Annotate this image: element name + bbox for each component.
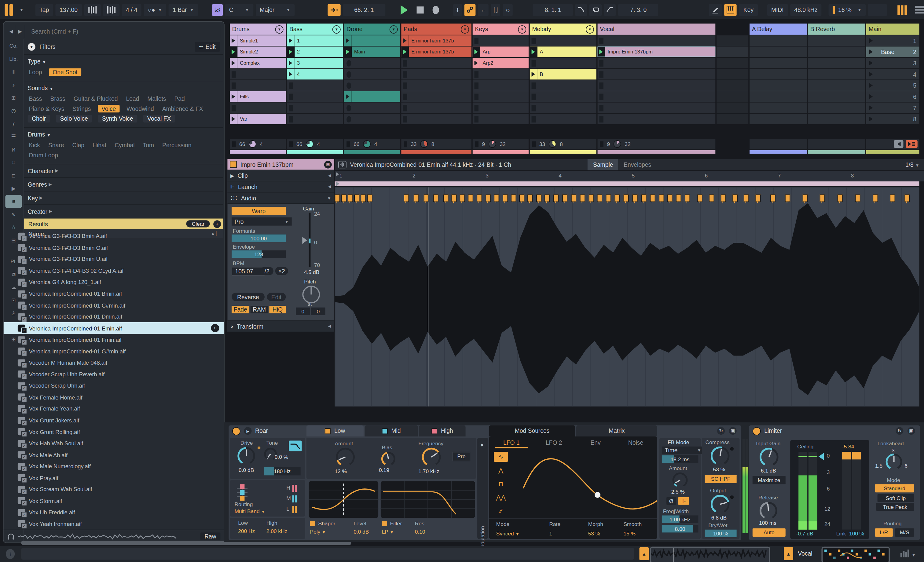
clip-launch-button[interactable] <box>230 58 237 68</box>
type-title[interactable]: Type ▼ <box>28 58 220 65</box>
scene-4[interactable]: 4 <box>866 69 920 80</box>
clips-icon[interactable]: ▶ <box>5 182 22 195</box>
empty-slot[interactable] <box>808 103 865 113</box>
empty-slot[interactable] <box>473 91 529 102</box>
scene-launch-button[interactable] <box>869 83 873 88</box>
sounds-title[interactable]: Sounds ▼ <box>28 85 220 91</box>
audio-effects-icon[interactable]: ᚋ <box>5 117 22 130</box>
midi-map-button[interactable]: MIDI <box>767 4 788 16</box>
lfo-rate-value[interactable]: 1 <box>549 531 552 537</box>
headphone-icon[interactable] <box>7 532 15 540</box>
warp-button[interactable]: Warp <box>232 207 286 215</box>
computer-midi-keyboard-button[interactable] <box>724 4 737 16</box>
transform-section-tab[interactable]: ◕Transform◀ <box>227 321 334 332</box>
clip-launch-button[interactable] <box>401 46 409 57</box>
clip-slot[interactable]: Arp2 <box>473 58 529 68</box>
filter-chip[interactable]: Choir <box>28 115 50 123</box>
samples-icon[interactable]: ≋ <box>5 195 22 208</box>
clip-slot[interactable]: 3 <box>287 58 343 68</box>
filters-edit-button[interactable]: ⚏Edit <box>195 42 220 52</box>
output-knob[interactable] <box>711 495 730 514</box>
scene-1[interactable]: 1 <box>866 36 920 46</box>
scene-launch-button[interactable] <box>869 49 873 54</box>
filter-chip[interactable]: Clap <box>71 141 86 149</box>
clip-slot[interactable]: A <box>530 46 597 57</box>
roar-tab-low[interactable]: Low <box>306 425 364 436</box>
filter-chip[interactable]: Kick <box>28 141 41 149</box>
lfo-shape-sine[interactable]: ∿ <box>494 452 508 462</box>
clear-filters-button[interactable]: Clear <box>186 220 210 227</box>
mode-softclip-button[interactable]: Soft Clip <box>878 494 914 502</box>
scene-2[interactable]: Base2 <box>866 46 920 57</box>
filter-chip[interactable]: Piano & Keys <box>28 105 66 112</box>
track-header[interactable]: Drone▼ <box>344 24 400 35</box>
lfo-shape-square[interactable]: ⊓ <box>494 479 508 489</box>
clip-launch-button[interactable] <box>230 91 237 102</box>
clip-slot[interactable] <box>344 36 400 46</box>
track-header[interactable]: A Delay <box>750 24 807 35</box>
empty-slot[interactable] <box>344 80 400 91</box>
track-header[interactable]: Keys▼ <box>473 24 529 35</box>
tab-lfo2[interactable]: LFO 2 <box>537 439 570 446</box>
file-row[interactable]: Veronica ImproCombined-01 Fmin.aif <box>4 334 224 345</box>
nudge-down-button[interactable] <box>84 4 100 16</box>
clip-slot[interactable]: Impro Emin 137bpm <box>598 46 716 57</box>
main-track-header[interactable]: Main <box>866 24 920 35</box>
lfo-morph-value[interactable]: 53 % <box>588 531 600 537</box>
roar-power-button[interactable] <box>232 427 240 435</box>
stop-all-clips-button[interactable] <box>894 140 903 148</box>
file-row[interactable]: Vox Grunt Jokers.aif <box>4 415 224 426</box>
envelope-slider[interactable]: 128 <box>232 250 286 258</box>
filter-graph[interactable] <box>381 481 475 518</box>
show-device-view-button[interactable]: ▲ <box>784 547 793 560</box>
file-row[interactable]: Vox Grunt Rolling.aif <box>4 426 224 438</box>
clock-icon[interactable]: ◷ <box>5 104 22 117</box>
grooves-icon[interactable]: ∿ <box>5 208 22 221</box>
empty-slot[interactable] <box>750 46 807 57</box>
pitch-semitone-field[interactable]: 0 <box>296 307 310 315</box>
bpm-field[interactable]: 105.07 <box>232 267 265 276</box>
info-view-icon[interactable]: i <box>6 549 15 559</box>
clip-overview-thumbnail[interactable] <box>650 547 770 562</box>
amount-knob[interactable] <box>336 448 355 467</box>
level-value[interactable]: 0.0 dB <box>354 529 369 535</box>
track-header[interactable]: Drums▼ <box>230 24 286 35</box>
filter-chip[interactable]: Brass <box>49 95 67 103</box>
fb-time-slider[interactable]: 18.2 ms <box>662 456 699 463</box>
scene-5[interactable]: 5 <box>866 80 920 91</box>
file-row[interactable]: Veronica ImproCombined-01 Emin.aif≈ <box>4 322 224 334</box>
empty-slot[interactable] <box>598 80 716 91</box>
tab-envelopes[interactable]: Envelopes <box>618 159 657 171</box>
empty-slot[interactable] <box>344 114 400 124</box>
clip-slot[interactable] <box>344 91 400 102</box>
empty-slot[interactable] <box>230 80 286 91</box>
clip-slot[interactable]: Arp <box>473 46 529 57</box>
overdub-button[interactable]: + <box>453 4 462 16</box>
browser-forward-button[interactable]: ▶ <box>16 25 24 37</box>
sc-hpf-button[interactable]: SC HPF <box>705 475 737 483</box>
clip-launch-button[interactable] <box>287 58 294 68</box>
limiter-hotswap-icon[interactable]: ↻ <box>896 427 903 435</box>
plugins-icon[interactable]: ⊏ <box>5 169 22 182</box>
fb-mode-menu[interactable]: Time▼ <box>662 447 704 454</box>
roar-tab-mod-sources[interactable]: Mod Sources <box>489 425 575 436</box>
tone-freq-slider[interactable]: 180 Hz <box>264 467 301 475</box>
clip-launch-button[interactable] <box>344 91 352 102</box>
file-row[interactable]: Veronica ImproCombined-01 G#min.aif <box>4 345 224 357</box>
logo-dropdown-icon[interactable]: ▼ <box>20 7 24 12</box>
scene-3[interactable]: 3 <box>866 58 920 68</box>
file-row[interactable]: Veronica ImproCombined-01 Dmin.aif <box>4 311 224 322</box>
track-header[interactable]: Bass▼ <box>287 24 343 35</box>
file-row[interactable]: Vox Hah Wah Soul.aif <box>4 438 224 449</box>
clip-slot[interactable]: Complex <box>230 58 286 68</box>
empty-slot[interactable] <box>598 91 716 102</box>
xo-high-value[interactable]: 2.00 kHz <box>267 528 288 534</box>
record-button[interactable] <box>432 6 439 14</box>
file-row[interactable]: Veronica ImproCombined-01 C#min.aif <box>4 299 224 311</box>
beat-time-ruler[interactable]: 12345678 <box>334 171 924 181</box>
filter-chip[interactable]: Hihat <box>92 141 108 149</box>
drums-title[interactable]: Drums ▼ <box>28 131 220 138</box>
sounds-icon[interactable]: ⫴ <box>5 65 22 78</box>
loop-length-field[interactable]: 7. 3. 0 <box>618 4 658 16</box>
page-indicator[interactable]: 1/8 ▼ <box>905 161 920 168</box>
